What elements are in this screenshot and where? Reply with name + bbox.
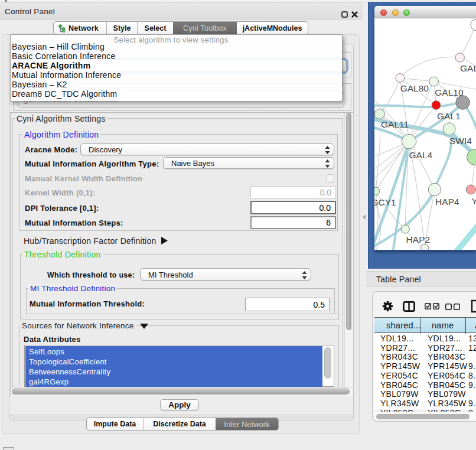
svg-text:Y: Y bbox=[472, 196, 476, 206]
svg-text:GAL7: GAL7 bbox=[460, 63, 476, 73]
svg-text:HAP4: HAP4 bbox=[435, 197, 459, 207]
svg-text:GAL11: GAL11 bbox=[381, 119, 409, 129]
svg-text:GAL10: GAL10 bbox=[435, 87, 464, 97]
svg-text:SWI4: SWI4 bbox=[449, 136, 472, 146]
svg-text:GAL80: GAL80 bbox=[400, 83, 429, 93]
svg-text:GAL4: GAL4 bbox=[409, 150, 433, 160]
svg-text:GAL1: GAL1 bbox=[437, 111, 461, 121]
svg-text:HAP2: HAP2 bbox=[406, 234, 431, 244]
svg-text:GCY1: GCY1 bbox=[374, 197, 396, 207]
